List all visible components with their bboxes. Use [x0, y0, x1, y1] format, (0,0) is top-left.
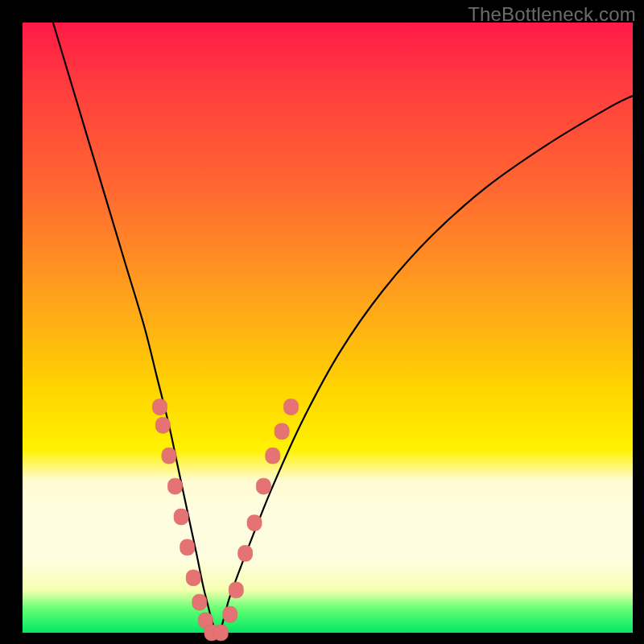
curve-marker: [192, 594, 207, 610]
watermark-text: TheBottleneck.com: [468, 3, 636, 26]
chart-svg: [23, 23, 633, 633]
curve-marker: [174, 509, 188, 525]
curve-marker: [153, 399, 167, 415]
curve-marker: [238, 546, 253, 562]
curve-marker: [223, 606, 237, 622]
curve-marker: [229, 582, 243, 598]
curve-marker: [213, 625, 228, 641]
bottleneck-curve: [53, 23, 633, 633]
chart-frame: TheBottleneck.com: [0, 0, 644, 644]
curve-marker: [284, 399, 299, 415]
marker-group: [153, 399, 299, 641]
curve-marker: [266, 448, 280, 464]
curve-marker: [168, 478, 183, 494]
curve-marker: [180, 539, 195, 555]
curve-marker: [162, 448, 176, 464]
curve-marker: [256, 478, 270, 494]
curve-marker: [247, 515, 262, 531]
curve-marker: [155, 417, 170, 433]
curve-marker: [186, 570, 200, 586]
curve-marker: [275, 423, 289, 440]
plot-area: [23, 23, 633, 633]
